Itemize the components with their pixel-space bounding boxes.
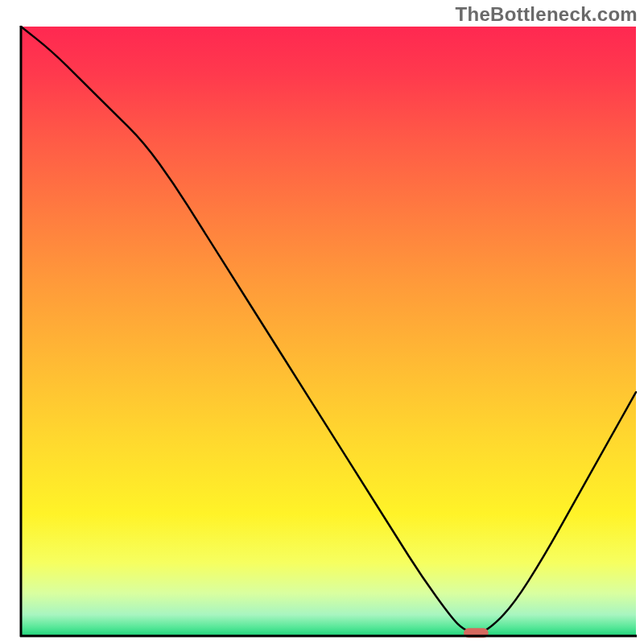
watermark-text: TheBottleneck.com xyxy=(456,3,638,26)
chart-wrapper: { "watermark_text": "TheBottleneck.com",… xyxy=(0,0,644,644)
bottleneck-chart xyxy=(0,0,644,644)
plot-background-gradient xyxy=(21,27,636,636)
